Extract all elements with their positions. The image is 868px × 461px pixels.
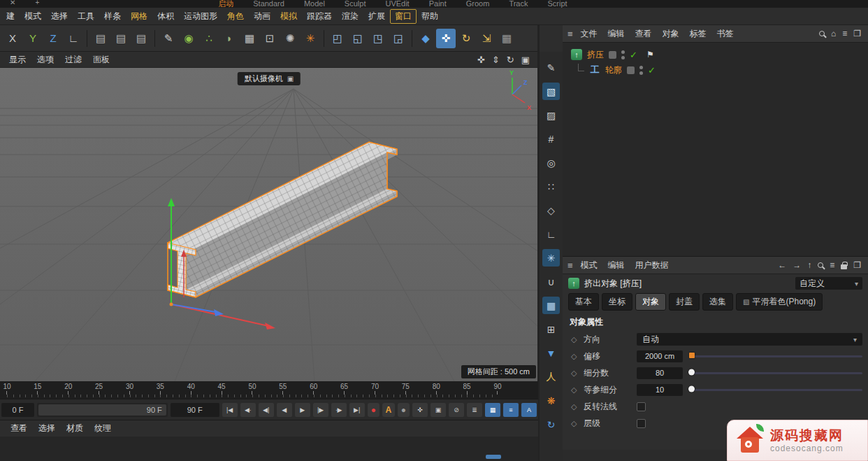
- flip-normals-checkbox[interactable]: [637, 402, 646, 411]
- magnet-snap-icon[interactable]: ∪: [542, 273, 560, 290]
- keyframe-diamond-icon[interactable]: ◇: [571, 335, 579, 344]
- enabled-check-icon[interactable]: ✓: [648, 65, 656, 76]
- primitive-cube-icon[interactable]: ⊡: [260, 29, 280, 48]
- next-key-button[interactable]: ∙▶: [331, 403, 347, 417]
- autokey-all-button[interactable]: A: [521, 403, 537, 417]
- tab-selections[interactable]: 选集: [702, 293, 733, 311]
- camera-menu-icon[interactable]: ▣: [287, 75, 294, 83]
- home-icon[interactable]: ⌂: [831, 29, 836, 38]
- close-icon[interactable]: ✕: [10, 0, 15, 6]
- material-manager-area[interactable]: [0, 437, 538, 461]
- save-all-icon[interactable]: ▤: [131, 29, 151, 48]
- layout-tab-script[interactable]: Script: [547, 0, 567, 8]
- menu-spline[interactable]: 样条: [99, 9, 126, 24]
- layout-view-2-icon[interactable]: ◱: [348, 29, 368, 48]
- om-menu-object[interactable]: 对象: [658, 27, 684, 41]
- layout-tab-groom[interactable]: Groom: [466, 0, 490, 8]
- layout-view-3-icon[interactable]: ◳: [368, 29, 388, 48]
- record-keyframe-button[interactable]: ●: [368, 403, 379, 417]
- grid-snap-icon[interactable]: ⊞: [542, 320, 560, 338]
- lock-y-axis-icon[interactable]: Y: [23, 29, 43, 48]
- play-button[interactable]: ▶: [295, 403, 310, 417]
- layer-keys-button[interactable]: ≣: [467, 403, 482, 417]
- layout-tab-paint[interactable]: Paint: [429, 0, 447, 8]
- layer-chip-icon[interactable]: [609, 51, 616, 59]
- popout-icon[interactable]: ❐: [853, 260, 861, 270]
- viewport-scene[interactable]: Y Z X: [0, 68, 538, 381]
- am-menu-mode[interactable]: 模式: [576, 259, 602, 272]
- keyframe-diamond-icon[interactable]: ◇: [571, 352, 579, 361]
- menu-mesh[interactable]: 网格: [126, 9, 152, 24]
- mat-menu-texture[interactable]: 纹理: [89, 421, 116, 436]
- hamburger-icon[interactable]: ≡: [567, 260, 573, 271]
- make-editable-icon[interactable]: ✎: [542, 59, 560, 76]
- om-menu-file[interactable]: 文件: [576, 27, 602, 41]
- popout-icon[interactable]: ❐: [853, 29, 861, 38]
- object-name-extrude[interactable]: 挤压: [587, 49, 604, 61]
- camera-label[interactable]: 默认摄像机 ▣: [238, 72, 301, 85]
- dolly-view-icon[interactable]: ⇕: [492, 55, 500, 65]
- toggle-view-icon[interactable]: ▣: [521, 55, 530, 65]
- iso-subdivisions-slider[interactable]: [691, 389, 862, 391]
- offset-slider-knob[interactable]: [689, 353, 695, 358]
- menu-tracker[interactable]: 跟踪器: [302, 9, 337, 24]
- keyframe-diamond-icon[interactable]: ◇: [571, 385, 579, 395]
- spline-pen-icon[interactable]: ✎: [159, 29, 178, 48]
- frame-range-slider[interactable]: 90 F: [37, 403, 168, 417]
- menu-volume[interactable]: 体积: [152, 9, 179, 24]
- prev-frame-button[interactable]: ◀|: [259, 403, 274, 417]
- subdivisions-slider[interactable]: [691, 372, 862, 374]
- filter-icon[interactable]: ≡: [842, 29, 847, 38]
- object-tree[interactable]: ↑ 挤压 ✓ ⚑ 工 轮廓 ✓: [563, 43, 868, 257]
- enable-axis-icon[interactable]: ◎: [542, 154, 560, 171]
- mat-menu-view[interactable]: 查看: [6, 421, 32, 436]
- isolate-icon[interactable]: ∴: [199, 29, 219, 48]
- layout-tab-uvedit[interactable]: UVEdit: [385, 0, 409, 8]
- menu-create[interactable]: 建: [1, 9, 20, 24]
- goto-end-button[interactable]: ▶|: [349, 403, 365, 417]
- current-frame-field[interactable]: 90 F: [171, 403, 219, 417]
- viewport-menu-display[interactable]: 显示: [4, 53, 31, 66]
- enable-snap-icon[interactable]: ✳: [542, 249, 560, 267]
- enabled-check-icon[interactable]: ✓: [630, 50, 637, 60]
- back-arrow-icon[interactable]: ←: [778, 260, 786, 270]
- xpresso-icon[interactable]: ✳: [301, 29, 320, 48]
- layout-tab-model[interactable]: Model: [304, 0, 325, 8]
- magic-solo-icon[interactable]: ◉: [179, 29, 198, 48]
- add-tab-icon[interactable]: +: [35, 0, 39, 6]
- extrude-object-icon[interactable]: ↑: [571, 49, 582, 60]
- layout-view-1-icon[interactable]: ◰: [328, 29, 347, 48]
- tab-object[interactable]: 对象: [635, 293, 666, 311]
- settings-gear-icon[interactable]: ❋: [542, 392, 560, 409]
- modeling-axis-icon[interactable]: ▦: [497, 29, 516, 48]
- autokey-button[interactable]: A: [382, 403, 394, 417]
- offset-input[interactable]: 2000 cm: [637, 350, 683, 362]
- simulation-bean-icon[interactable]: ◗: [219, 29, 239, 48]
- menu-animate[interactable]: 动画: [249, 9, 275, 24]
- search-icon[interactable]: [819, 31, 825, 36]
- am-menu-userdata[interactable]: 用户数据: [630, 259, 674, 272]
- point-mode-icon[interactable]: ∷: [542, 178, 560, 195]
- object-name-contour[interactable]: 轮廓: [605, 64, 622, 76]
- menu-simulate[interactable]: 模拟: [275, 9, 302, 24]
- model-mode-icon[interactable]: ▧: [542, 83, 560, 100]
- lock-icon[interactable]: [841, 264, 847, 269]
- subdivisions-slider-knob[interactable]: [688, 369, 695, 375]
- forward-arrow-icon[interactable]: →: [793, 260, 801, 270]
- viewport-menu-options[interactable]: 选项: [32, 53, 59, 66]
- layout-tab-standard[interactable]: Standard: [253, 0, 284, 8]
- move-tool-icon[interactable]: ✜: [436, 29, 456, 48]
- viewport-menu-panel[interactable]: 面板: [88, 53, 115, 66]
- viewport-menu-filter[interactable]: 过滤: [60, 53, 87, 66]
- tab-coordinates[interactable]: 坐标: [602, 293, 632, 311]
- timeline-grid-a-button[interactable]: ▦: [485, 403, 500, 417]
- start-frame-field[interactable]: 0 F: [1, 403, 34, 417]
- menu-help[interactable]: 帮助: [417, 9, 443, 24]
- menu-extensions[interactable]: 扩展: [363, 9, 390, 24]
- light-object-icon[interactable]: ✺: [280, 29, 300, 48]
- mat-menu-material[interactable]: 材质: [62, 421, 88, 436]
- workplane-mode-icon[interactable]: #: [542, 130, 560, 148]
- viewport-canvas[interactable]: Y Z X 默认摄像机 ▣ 网格间距 : 500 cm: [0, 68, 538, 381]
- visibility-dots-icon[interactable]: [639, 66, 643, 69]
- keyframe-diamond-icon[interactable]: ◇: [571, 369, 579, 378]
